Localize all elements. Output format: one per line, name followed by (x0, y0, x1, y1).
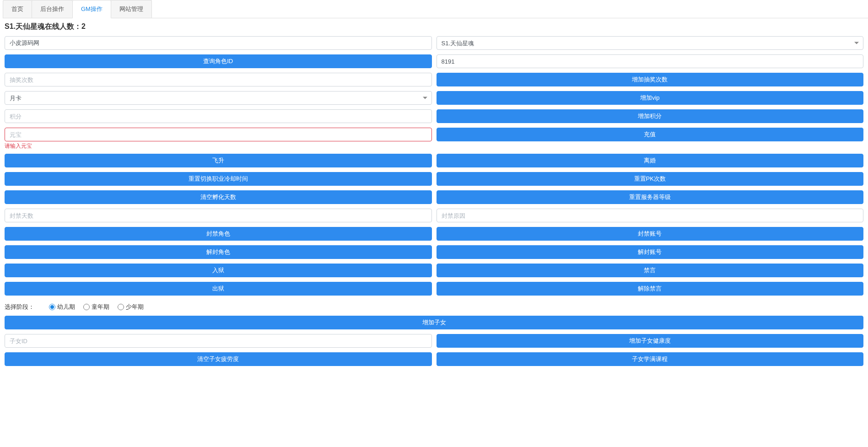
unban-role-button[interactable]: 解封角色 (5, 245, 432, 259)
tab-backend[interactable]: 后台操作 (32, 0, 73, 18)
stage-radio-child[interactable] (83, 304, 90, 310)
child-full-course-button[interactable]: 子女学满课程 (437, 352, 864, 366)
unjail-button[interactable]: 出狱 (5, 282, 432, 296)
add-points-button[interactable]: 增加积分 (437, 109, 864, 123)
clear-hatch-days-button[interactable]: 清空孵化天数 (5, 190, 432, 204)
stage-radio-infant[interactable] (49, 304, 55, 310)
draw-count-input[interactable] (5, 73, 432, 86)
card-type-select[interactable]: 月卡 (5, 91, 432, 105)
mute-button[interactable]: 禁言 (437, 264, 864, 277)
source-input[interactable] (5, 36, 432, 50)
stage-radio-group: 选择阶段： 幼儿期 童年期 少年期 (5, 300, 863, 316)
ascend-button[interactable]: 飞升 (5, 154, 432, 167)
divorce-button[interactable]: 离婚 (437, 154, 864, 167)
tab-site-manage[interactable]: 网站管理 (111, 0, 152, 18)
tab-gm[interactable]: GM操作 (72, 0, 111, 18)
add-child-health-button[interactable]: 增加子女健康度 (437, 334, 864, 348)
ban-reason-input[interactable] (437, 209, 864, 222)
jail-button[interactable]: 入狱 (5, 264, 432, 277)
clear-child-fatigue-button[interactable]: 清空子女疲劳度 (5, 352, 432, 366)
reset-pk-count-button[interactable]: 重置PK次数 (437, 172, 864, 186)
points-input[interactable] (5, 109, 432, 123)
stage-radio-youth[interactable] (118, 304, 124, 310)
ban-days-input[interactable] (5, 209, 432, 222)
page-title: S1.天仙星魂在线人数：2 (5, 22, 863, 32)
server-select[interactable]: S1.天仙星魂 (437, 36, 864, 50)
ban-account-button[interactable]: 封禁账号 (437, 227, 864, 241)
query-role-id-button[interactable]: 查询角色ID (5, 54, 432, 68)
recharge-button[interactable]: 充值 (437, 128, 864, 141)
child-id-input[interactable] (5, 334, 432, 348)
add-child-button[interactable]: 增加子女 (5, 316, 863, 329)
reset-job-cooldown-button[interactable]: 重置切换职业冷却时间 (5, 172, 432, 186)
stage-option-child[interactable]: 童年期 (83, 303, 109, 311)
tab-bar: 首页 后台操作 GM操作 网站管理 (3, 0, 868, 18)
reset-server-level-button[interactable]: 重置服务器等级 (437, 190, 864, 204)
tab-home[interactable]: 首页 (3, 0, 32, 18)
unmute-button[interactable]: 解除禁言 (437, 282, 864, 296)
unban-account-button[interactable]: 解封账号 (437, 245, 864, 259)
role-id-input[interactable] (437, 54, 864, 68)
stage-option-infant[interactable]: 幼儿期 (49, 303, 75, 311)
ban-role-button[interactable]: 封禁角色 (5, 227, 432, 241)
stage-option-youth[interactable]: 少年期 (118, 303, 144, 311)
yuanbao-input[interactable] (5, 128, 432, 141)
stage-label: 选择阶段： (5, 303, 34, 311)
add-vip-button[interactable]: 增加vip (437, 91, 864, 105)
add-draw-count-button[interactable]: 增加抽奖次数 (437, 73, 864, 86)
yuanbao-error-msg: 请输入元宝 (5, 142, 432, 150)
